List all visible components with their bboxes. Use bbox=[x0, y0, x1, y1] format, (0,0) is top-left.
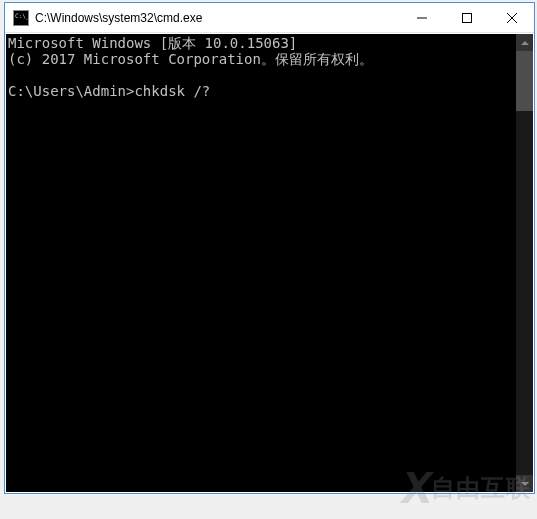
scroll-up-button[interactable] bbox=[516, 34, 533, 51]
console-area[interactable]: Microsoft Windows [版本 10.0.15063] (c) 20… bbox=[6, 34, 533, 492]
window-controls bbox=[399, 3, 534, 32]
svg-rect-1 bbox=[462, 13, 471, 22]
output-line: (c) 2017 Microsoft Corporation。保留所有权利。 bbox=[8, 51, 373, 67]
svg-marker-5 bbox=[521, 482, 529, 486]
cmd-icon bbox=[13, 10, 29, 26]
titlebar[interactable]: C:\Windows\system32\cmd.exe bbox=[5, 3, 534, 33]
window-title: C:\Windows\system32\cmd.exe bbox=[35, 11, 399, 25]
console-output: Microsoft Windows [版本 10.0.15063] (c) 20… bbox=[6, 34, 515, 492]
minimize-button[interactable] bbox=[399, 3, 444, 32]
scroll-down-button[interactable] bbox=[516, 475, 533, 492]
cmd-window: C:\Windows\system32\cmd.exe Microsoft Wi… bbox=[4, 2, 535, 494]
close-button[interactable] bbox=[489, 3, 534, 32]
scroll-thumb[interactable] bbox=[516, 51, 533, 111]
prompt: C:\Users\Admin> bbox=[8, 83, 134, 99]
svg-marker-4 bbox=[521, 41, 529, 45]
command-input[interactable]: chkdsk /? bbox=[134, 83, 210, 99]
maximize-button[interactable] bbox=[444, 3, 489, 32]
vertical-scrollbar[interactable] bbox=[516, 34, 533, 492]
output-line: Microsoft Windows [版本 10.0.15063] bbox=[8, 35, 297, 51]
